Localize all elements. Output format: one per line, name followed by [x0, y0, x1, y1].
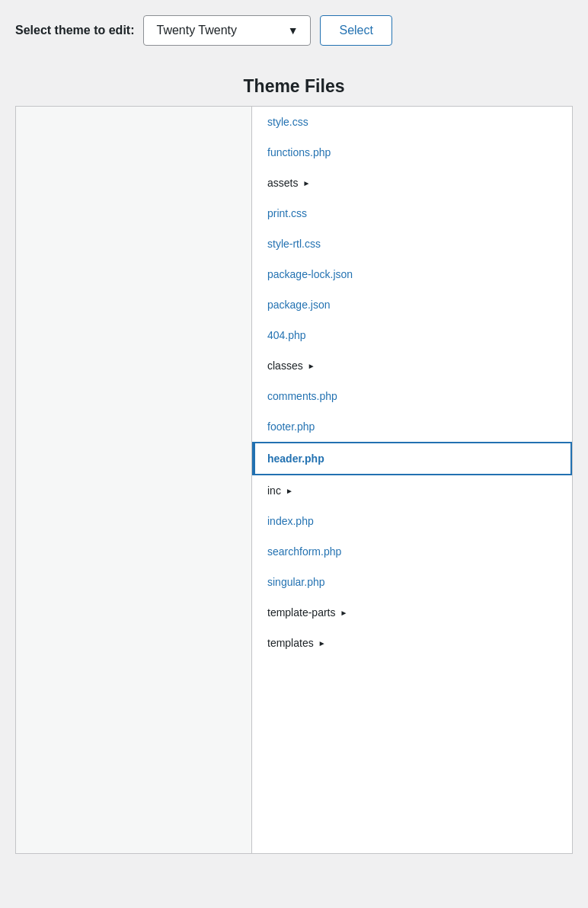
- theme-selector-label: Select theme to edit:: [15, 24, 134, 37]
- folder-name: template-parts: [267, 606, 335, 619]
- file-link-active[interactable]: header.php: [267, 452, 324, 465]
- chevron-down-icon: ▼: [288, 24, 299, 37]
- list-item[interactable]: assets►: [252, 168, 572, 198]
- file-link[interactable]: singular.php: [267, 576, 325, 588]
- select-button[interactable]: Select: [320, 15, 391, 46]
- folder-arrow-icon: ►: [308, 362, 315, 370]
- file-link[interactable]: footer.php: [267, 420, 315, 433]
- page-wrapper: Select theme to edit: Twenty Twenty ▼ Se…: [0, 0, 588, 908]
- list-item[interactable]: functions.php: [252, 137, 572, 168]
- list-item[interactable]: footer.php: [252, 411, 572, 442]
- folder-arrow-icon: ►: [340, 609, 347, 617]
- list-item[interactable]: style-rtl.css: [252, 229, 572, 259]
- folder-arrow-icon: ►: [318, 639, 326, 647]
- list-item[interactable]: index.php: [252, 506, 572, 536]
- list-item[interactable]: comments.php: [252, 381, 572, 411]
- left-panel: [16, 107, 252, 853]
- file-link[interactable]: 404.php: [267, 329, 306, 341]
- files-layout: style.cssfunctions.phpassets►print.cssst…: [15, 106, 573, 854]
- file-link[interactable]: style.css: [267, 116, 308, 128]
- list-item[interactable]: searchform.php: [252, 536, 572, 567]
- file-link[interactable]: style-rtl.css: [267, 238, 321, 250]
- file-link[interactable]: functions.php: [267, 146, 331, 158]
- list-item[interactable]: classes►: [252, 350, 572, 381]
- file-link[interactable]: index.php: [267, 515, 314, 527]
- content-area: Theme Files style.cssfunctions.phpassets…: [15, 64, 573, 854]
- list-item[interactable]: package-lock.json: [252, 259, 572, 289]
- file-list: style.cssfunctions.phpassets►print.cssst…: [252, 107, 572, 658]
- list-item[interactable]: template-parts►: [252, 597, 572, 628]
- folder-name: classes: [267, 360, 303, 372]
- file-link[interactable]: print.css: [267, 207, 307, 219]
- file-list-panel: style.cssfunctions.phpassets►print.cssst…: [252, 107, 572, 853]
- theme-files-title: Theme Files: [15, 64, 573, 106]
- file-link[interactable]: package-lock.json: [267, 268, 353, 280]
- list-item[interactable]: inc►: [252, 475, 572, 506]
- list-item[interactable]: header.php: [252, 442, 572, 475]
- folder-arrow-icon: ►: [286, 487, 293, 495]
- folder-name: assets: [267, 177, 298, 189]
- list-item[interactable]: style.css: [252, 107, 572, 137]
- list-item[interactable]: 404.php: [252, 320, 572, 350]
- theme-dropdown[interactable]: Twenty Twenty ▼: [143, 15, 311, 46]
- list-item[interactable]: templates►: [252, 628, 572, 658]
- theme-dropdown-selected: Twenty Twenty: [156, 24, 237, 37]
- folder-arrow-icon: ►: [302, 179, 310, 187]
- list-item[interactable]: print.css: [252, 198, 572, 229]
- folder-name: templates: [267, 637, 314, 649]
- folder-name: inc: [267, 484, 281, 497]
- list-item[interactable]: package.json: [252, 289, 572, 320]
- theme-selector-row: Select theme to edit: Twenty Twenty ▼ Se…: [15, 15, 573, 46]
- file-link[interactable]: searchform.php: [267, 545, 341, 558]
- list-item[interactable]: singular.php: [252, 567, 572, 597]
- file-link[interactable]: comments.php: [267, 390, 337, 402]
- file-link[interactable]: package.json: [267, 299, 331, 311]
